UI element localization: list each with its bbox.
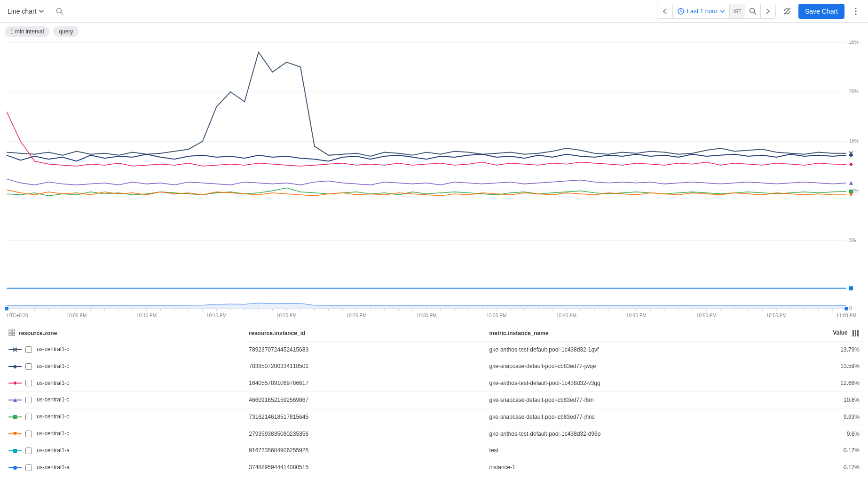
- legend-row[interactable]: us-central1-c7892370724452415683gke-anth…: [5, 341, 863, 358]
- toolbar: Line chart Last 1 hour IST: [0, 0, 868, 23]
- search-icon: [749, 8, 757, 15]
- timezone-chip[interactable]: IST: [729, 4, 745, 18]
- more-vert-icon: [855, 8, 857, 15]
- cell-instance-id: 7316214618517815645: [245, 408, 485, 425]
- svg-text:15%: 15%: [849, 138, 859, 144]
- svg-point-7: [855, 10, 856, 12]
- more-options-button[interactable]: [848, 4, 863, 19]
- series-visibility-checkbox[interactable]: [25, 397, 32, 403]
- svg-rect-109: [857, 330, 859, 336]
- cell-instance-name: gke-anthos-test-default-pool-1c438d32-d9…: [486, 425, 778, 442]
- svg-rect-115: [13, 415, 17, 419]
- svg-text:UTC+5:30: UTC+5:30: [7, 313, 28, 318]
- svg-text:10:25 PM: 10:25 PM: [347, 313, 367, 318]
- chevron-down-icon: [720, 10, 725, 13]
- series-swatch: [8, 363, 22, 370]
- cell-instance-name: gke-anthos-test-default-pool-1c438d32-v3…: [486, 375, 778, 392]
- search-button[interactable]: [52, 4, 67, 19]
- svg-rect-105: [9, 333, 11, 336]
- chart-type-dropdown[interactable]: Line chart: [5, 6, 47, 17]
- legend-row[interactable]: us-central1-c4660916521592569867gke-snap…: [5, 392, 863, 408]
- time-range-label: Last 1 hour: [687, 8, 718, 15]
- cell-instance-id: 7892370724452415683: [245, 341, 485, 358]
- svg-text:10:20 PM: 10:20 PM: [276, 313, 297, 318]
- search-icon: [56, 8, 63, 15]
- chip-interval[interactable]: 1 min interval: [5, 26, 49, 37]
- legend-row[interactable]: us-central1-c7838507200334118501gke-snap…: [5, 358, 863, 375]
- cell-zone: us-central1-c: [37, 396, 69, 403]
- svg-text:20%: 20%: [849, 89, 859, 94]
- svg-point-6: [855, 8, 856, 9]
- svg-rect-107: [852, 330, 854, 336]
- col-value[interactable]: Value: [833, 329, 847, 336]
- svg-rect-106: [12, 333, 15, 336]
- series-swatch: [8, 397, 22, 403]
- save-chart-button[interactable]: Save Chart: [798, 4, 844, 19]
- column-settings-icon[interactable]: [852, 329, 860, 337]
- time-prev-button[interactable]: [657, 4, 672, 18]
- svg-marker-24: [7, 303, 846, 309]
- series-swatch: [8, 414, 22, 420]
- svg-line-1: [61, 12, 63, 15]
- svg-text:11:00 PM: 11:00 PM: [836, 313, 857, 318]
- cell-zone: us-central1-c: [37, 430, 69, 437]
- cell-instance-name: instance-1: [486, 459, 778, 476]
- series-visibility-checkbox[interactable]: [25, 431, 32, 437]
- cell-instance-id: 3748895944414080515: [245, 459, 485, 476]
- time-next-button[interactable]: [760, 4, 775, 18]
- svg-text:5%: 5%: [849, 238, 856, 243]
- series-visibility-checkbox[interactable]: [25, 464, 32, 471]
- svg-point-8: [855, 13, 856, 15]
- zoom-button[interactable]: [745, 4, 760, 18]
- cell-value: 13.59%: [777, 358, 863, 375]
- svg-point-23: [849, 286, 853, 290]
- legend-row[interactable]: us-central1-a9167735604906255925test0.17…: [5, 442, 863, 459]
- cell-instance-name: gke-snapcase-default-pool-cb83ed77-jhns: [486, 408, 778, 425]
- svg-text:10:45 PM: 10:45 PM: [626, 313, 647, 318]
- svg-text:10:55 PM: 10:55 PM: [766, 313, 787, 318]
- clock-icon: [678, 8, 684, 15]
- series-visibility-checkbox[interactable]: [25, 414, 32, 420]
- cell-zone: us-central1-a: [37, 464, 70, 471]
- series-visibility-checkbox[interactable]: [25, 346, 32, 353]
- cell-zone: us-central1-c: [37, 363, 69, 369]
- cell-instance-name: gke-snapcase-default-pool-cb83ed77-l6rn: [486, 392, 778, 408]
- chevron-left-icon: [663, 8, 667, 14]
- series-swatch: [8, 464, 22, 471]
- time-range-group: Last 1 hour IST: [657, 4, 776, 19]
- series-visibility-checkbox[interactable]: [25, 380, 32, 386]
- save-chart-label: Save Chart: [805, 8, 838, 15]
- cell-instance-id: 9167735604906255925: [245, 442, 485, 459]
- col-instance-id[interactable]: resource.instance_id: [245, 326, 485, 341]
- col-instance-name[interactable]: metric.instance_name: [486, 326, 778, 341]
- svg-text:10:15 PM: 10:15 PM: [206, 313, 227, 318]
- cell-value: 10.8%: [777, 392, 863, 408]
- chart[interactable]: 05%10%15%20%25%010:05 PM10:10 PM10:15 PM…: [5, 40, 863, 323]
- legend-row[interactable]: us-central1-c1640557891069786617gke-anth…: [5, 375, 863, 392]
- svg-text:0: 0: [849, 306, 852, 311]
- cell-instance-id: 2793593835080235356: [245, 425, 485, 442]
- cell-zone: us-central1-c: [37, 413, 69, 420]
- time-range-dropdown[interactable]: Last 1 hour: [672, 4, 729, 18]
- svg-rect-104: [12, 330, 15, 332]
- series-swatch: [8, 448, 22, 454]
- chevron-down-icon: [39, 10, 44, 13]
- cell-value: 12.68%: [777, 375, 863, 392]
- series-swatch: [8, 431, 22, 437]
- col-zone[interactable]: resource.zone: [19, 330, 57, 336]
- svg-text:10:35 PM: 10:35 PM: [486, 313, 506, 318]
- series-visibility-checkbox[interactable]: [25, 363, 32, 370]
- series-visibility-checkbox[interactable]: [25, 448, 32, 454]
- cell-instance-name: gke-anthos-test-default-pool-1c438d32-1q…: [486, 341, 778, 358]
- series-swatch: [8, 346, 22, 353]
- svg-text:10:05 PM: 10:05 PM: [66, 313, 87, 318]
- breakdown-icon: [8, 329, 16, 337]
- cell-value: 9.6%: [777, 425, 863, 442]
- legend-row[interactable]: us-central1-a3748895944414080515instance…: [5, 459, 863, 476]
- timezone-label: IST: [734, 8, 742, 14]
- legend-row[interactable]: us-central1-c2793593835080235356gke-anth…: [5, 425, 863, 442]
- chip-query[interactable]: query: [53, 26, 79, 37]
- sync-off-button[interactable]: [780, 4, 795, 19]
- legend-row[interactable]: us-central1-c7316214618517815645gke-snap…: [5, 408, 863, 425]
- cell-value: 9.93%: [777, 408, 863, 425]
